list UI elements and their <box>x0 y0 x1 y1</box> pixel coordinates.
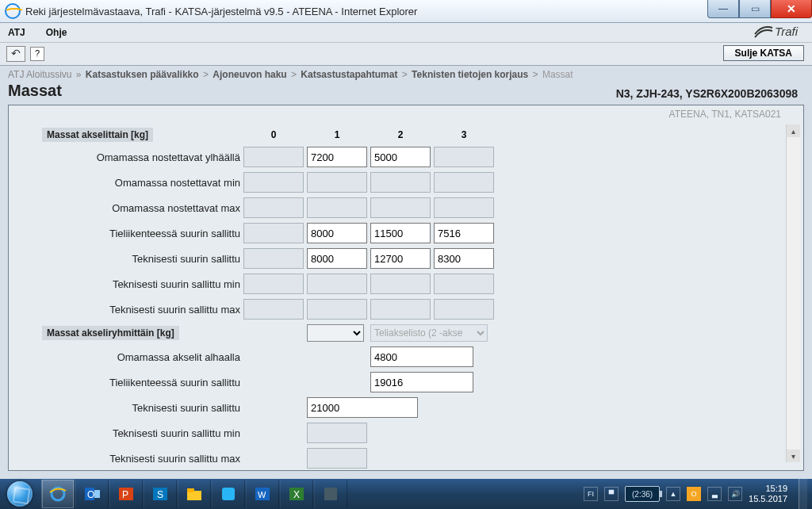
tray-network-icon[interactable]: ▃ <box>707 487 722 501</box>
taskbar-excel[interactable]: X <box>280 480 313 508</box>
taskbar-word[interactable]: W <box>246 480 279 508</box>
svg-rect-2 <box>94 490 100 498</box>
taskbar-powerpoint[interactable]: P <box>109 480 143 508</box>
svg-text:X: X <box>293 489 300 500</box>
scrollbar[interactable]: ▴ ▾ <box>786 124 800 462</box>
svg-text:W: W <box>258 490 266 499</box>
tray-up-icon[interactable]: ▲ <box>666 487 680 501</box>
r1c2[interactable] <box>370 147 431 167</box>
r4c0 <box>243 223 304 243</box>
tray-flag-icon[interactable]: ▀ <box>604 487 619 501</box>
page-title: Massat <box>8 82 62 100</box>
window-maximize-button[interactable]: ▭ <box>739 0 771 18</box>
windows-logo-icon <box>7 481 33 507</box>
row-label: Teknisesti suurin sallittu <box>40 248 242 269</box>
row-label: Omamassa nostettavat max <box>40 197 242 218</box>
group-select-1[interactable] <box>307 324 364 342</box>
row-label: Omamassa akselit alhaalla <box>40 346 242 367</box>
system-tray: FI ▀ (2:36) ▲ O ▃ 🔊 15:19 15.5.2017 <box>579 479 812 509</box>
r6c3 <box>434 274 494 294</box>
ie-icon <box>5 3 21 19</box>
windows-taskbar: O P S W X FI ▀ (2:36) ▲ O ▃ 🔊 15:19 15.5… <box>0 479 812 509</box>
crumb-haku[interactable]: Ajoneuvon haku <box>213 69 286 80</box>
taskbar-sharepoint[interactable]: S <box>144 480 177 508</box>
crumb-korjaus[interactable]: Teknisten tietojen korjaus <box>412 69 528 80</box>
r7c2 <box>370 299 431 320</box>
taskbar-explorer[interactable] <box>178 480 211 508</box>
r3c0 <box>243 197 304 218</box>
r3c3 <box>434 197 494 218</box>
scroll-down-icon[interactable]: ▾ <box>787 450 800 462</box>
r4c2[interactable] <box>370 223 431 243</box>
g2v[interactable] <box>370 372 473 392</box>
col-header-2: 2 <box>369 128 432 142</box>
brand-logo: Trafi <box>754 25 798 39</box>
taskbar-ie[interactable] <box>41 480 75 508</box>
tray-volume-icon[interactable]: 🔊 <box>728 487 742 501</box>
r5c2[interactable] <box>370 248 431 269</box>
r2c1 <box>307 172 367 193</box>
crumb-paavalikko[interactable]: Katsastuksen päävalikko <box>86 69 199 80</box>
taskbar-app1[interactable] <box>212 480 245 508</box>
svg-text:S: S <box>157 489 163 500</box>
group-select-2: Teliakselisto (2 -akse <box>370 324 488 342</box>
svg-text:P: P <box>122 489 128 500</box>
row-label: Teknisesti suurin sallittu min <box>40 423 242 443</box>
r7c0 <box>243 299 304 320</box>
app-menubar: ATJ Ohje Trafi <box>0 23 812 43</box>
help-button[interactable]: ? <box>30 47 44 61</box>
section-akseliryhmittain: Massat akseliryhmittäin [kg] <box>42 326 179 340</box>
menu-atj[interactable]: ATJ <box>8 27 25 38</box>
content-panel: ATEENA, TN1, KATSA021 Massat akselittain… <box>8 105 804 471</box>
panel-meta: ATEENA, TN1, KATSA021 <box>669 109 781 120</box>
row-label: Omamassa nostettavat min <box>40 172 242 193</box>
vehicle-id: N3, ZJH-243, YS2R6X200B2063098 <box>616 87 798 100</box>
r4c1[interactable] <box>307 223 367 243</box>
r6c2 <box>370 274 431 294</box>
tray-clock[interactable]: 15:19 15.5.2017 <box>749 484 792 504</box>
menu-ohje[interactable]: Ohje <box>46 27 67 38</box>
window-titlebar: Reki järjestelmävastaava, Trafi - KATSA-… <box>0 0 812 23</box>
g1v[interactable] <box>370 346 473 367</box>
tray-battery[interactable]: (2:36) <box>625 486 660 502</box>
r1c3 <box>434 147 494 167</box>
r2c0 <box>243 172 304 193</box>
tray-outlook-icon[interactable]: O <box>687 487 701 501</box>
taskbar-app2[interactable] <box>314 480 347 508</box>
r1c1[interactable] <box>307 147 367 167</box>
r7c3 <box>434 299 494 320</box>
crumb-root[interactable]: ATJ Aloitussivu <box>8 69 71 80</box>
svg-rect-10 <box>222 488 235 500</box>
show-desktop-button[interactable] <box>799 479 807 509</box>
breadcrumb: ATJ Aloitussivu » Katsastuksen päävalikk… <box>0 66 812 82</box>
r2c3 <box>434 172 494 193</box>
close-katsa-button[interactable]: Sulje KATSA <box>723 45 804 61</box>
r3c1 <box>307 197 367 218</box>
r4c3[interactable] <box>434 223 494 243</box>
row-label: Teknisesti suurin sallittu max <box>40 299 242 320</box>
window-close-button[interactable]: ✕ <box>771 0 812 18</box>
crumb-tapahtumat[interactable]: Katsastustapahtumat <box>301 69 397 80</box>
crumb-current: Massat <box>542 69 573 80</box>
start-button[interactable] <box>0 479 40 509</box>
scroll-up-icon[interactable]: ▴ <box>787 124 800 137</box>
r6c1 <box>307 274 367 294</box>
g3v[interactable] <box>307 397 418 418</box>
app-toolbar: ↶ ? Sulje KATSA <box>0 43 812 66</box>
r5c3[interactable] <box>434 248 494 269</box>
r7c1 <box>307 299 367 320</box>
svg-rect-9 <box>187 488 194 492</box>
row-label: Tieliikenteessä suurin sallittu <box>40 372 242 392</box>
row-label: Teknisesti suurin sallittu <box>40 397 242 418</box>
r5c0 <box>243 248 304 269</box>
tray-lang[interactable]: FI <box>584 487 598 501</box>
back-button[interactable]: ↶ <box>6 46 25 62</box>
row-label: Teknisesti suurin sallittu max <box>40 448 242 469</box>
svg-text:O: O <box>87 489 94 500</box>
window-minimize-button[interactable]: — <box>707 0 739 18</box>
r1c0 <box>243 147 304 167</box>
section-akselittain: Massat akselittain [kg] <box>42 128 153 142</box>
taskbar-outlook[interactable]: O <box>75 480 109 508</box>
r5c1[interactable] <box>307 248 367 269</box>
row-label: Tieliikenteessä suurin sallittu <box>40 223 242 243</box>
